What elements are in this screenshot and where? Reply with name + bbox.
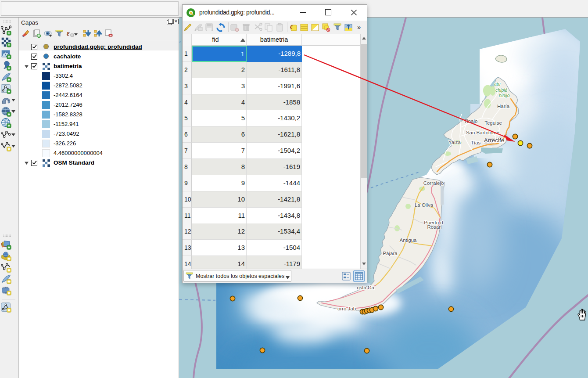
svg-text:»: » — [357, 23, 361, 31]
svg-text:chipié: chipié — [495, 87, 508, 93]
svg-text:orro Jab: orro Jab — [337, 306, 356, 311]
svg-text:Corralejo: Corralejo — [423, 180, 444, 186]
svg-text:ε: ε — [67, 29, 70, 37]
svg-text:Tías: Tías — [471, 140, 481, 145]
svg-text:atu: atu — [494, 81, 501, 86]
svg-text:ε: ε — [290, 23, 293, 30]
svg-text:Teguise: Teguise — [484, 120, 502, 126]
svg-text:hinijo: hinijo — [499, 93, 510, 98]
svg-text:Tinajo: Tinajo — [464, 119, 478, 124]
svg-text:La Oliva: La Oliva — [415, 202, 434, 208]
svg-text:Arrecife: Arrecife — [484, 137, 505, 144]
svg-text:Pájara: Pájara — [383, 251, 398, 256]
svg-text:osta Ca: osta Ca — [357, 285, 374, 290]
svg-text:Yaiza: Yaiza — [448, 140, 461, 145]
svg-text:Rosari: Rosari — [427, 224, 441, 230]
svg-text:Haría: Haría — [497, 104, 510, 109]
svg-text:Antigua: Antigua — [399, 238, 417, 243]
svg-text:San Bartolomé: San Bartolomé — [466, 130, 499, 135]
